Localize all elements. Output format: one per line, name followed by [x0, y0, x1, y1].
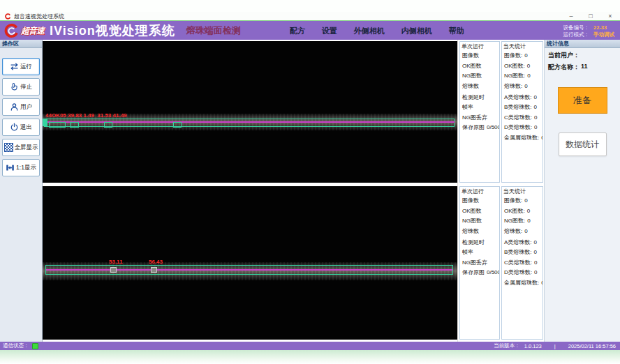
stats-section-inner: 单次运行 图像数 OK图数 NG: [458, 186, 544, 340]
groupbox-title: 单次运行: [460, 187, 499, 197]
stat-row: D类熔珠数:0: [504, 269, 542, 276]
stat-row: OK图数:0: [504, 63, 542, 70]
stop-button[interactable]: 停止: [2, 78, 40, 96]
stat-row: 金属屑熔珠数:0: [504, 135, 542, 142]
stat-row: B类熔珠数:0: [504, 249, 542, 256]
exit-button[interactable]: 退出: [2, 119, 40, 136]
camera-view-inner[interactable]: 53.11 56.43: [43, 186, 457, 340]
stat-row: C类熔珠数:0: [504, 114, 542, 121]
segment-marker-overlay: [173, 122, 182, 128]
statistics-columns: 单次运行 图像数 OK图数 NG: [457, 40, 544, 342]
stat-row: 帧率: [462, 104, 499, 111]
recipe-name-value: 11: [581, 63, 588, 72]
segment-marker-overlay: [49, 122, 66, 128]
datetime-value: 2025/02/11 16:57:56: [568, 343, 616, 349]
exit-button-label: 退出: [20, 123, 32, 132]
stat-row: 图像数: [462, 197, 499, 204]
version-label: 当前版本：: [494, 342, 520, 349]
main-menu: 配方 设置 外侧相机 内侧相机 帮助: [290, 26, 464, 36]
stat-row: 检测延时: [462, 239, 499, 246]
fullscreen-button-label: 全屏显示: [15, 144, 38, 152]
stat-row: 熔珠数: [462, 228, 499, 235]
menu-item[interactable]: 配方: [290, 26, 305, 36]
stat-row: A类熔珠数:0: [504, 239, 542, 246]
menu-item[interactable]: 内侧相机: [401, 26, 432, 36]
user-icon: [10, 103, 19, 112]
data-statistics-button[interactable]: 数据统计: [559, 132, 607, 156]
bead-marker-box: [110, 267, 117, 273]
comm-status-indicator: [32, 343, 38, 349]
prepare-button[interactable]: 准备: [558, 87, 607, 114]
groupbox-title: 当天统计: [502, 187, 542, 197]
app-header: 超音速 IVision视觉处理系统 熔珠端面检测 配方 设置 外侧相机 内侧相机…: [0, 20, 620, 40]
stop-hand-icon: [10, 82, 19, 91]
run-button[interactable]: 运行: [2, 58, 40, 75]
segment-marker-overlay: [70, 122, 79, 128]
one-to-one-button-label: 1:1显示: [16, 164, 36, 172]
operation-sidebar: 操作区 运行: [0, 40, 43, 342]
info-panel: 统计信息 当前用户： 配方名称： 11 准备 数据统计: [544, 40, 620, 342]
maximize-button[interactable]: □: [581, 13, 600, 20]
single-run-groupbox: 单次运行 图像数 OK图数 NG: [459, 41, 500, 183]
camera-content: 44OK05 39.83 1.49 31.53 41.49 53.11 56.4…: [43, 40, 457, 342]
window-title: 超音速视觉处理系统: [14, 13, 64, 20]
menu-item[interactable]: 帮助: [449, 26, 464, 36]
sidebar-title: 操作区: [0, 40, 42, 48]
close-button[interactable]: ×: [600, 13, 620, 20]
brand: 超音速: [4, 23, 44, 38]
screen: 超音速视觉处理系统 – □ × 超音速 IVision视觉处理系统 熔珠端面检测…: [0, 0, 620, 364]
groupbox-title: 单次运行: [460, 42, 499, 52]
run-cycle-icon: [10, 62, 19, 71]
edge-marker-overlay: [43, 119, 47, 126]
device-number-value: 22-33: [593, 24, 614, 31]
minimize-button[interactable]: –: [561, 13, 581, 20]
version-value: 1.0.123: [524, 343, 542, 349]
comm-status-label: 通信状态：: [3, 342, 29, 349]
stat-row: 熔珠数:0: [504, 228, 542, 235]
fullscreen-button[interactable]: 全屏显示: [2, 139, 40, 156]
stop-button-label: 停止: [20, 83, 32, 91]
run-button-label: 运行: [20, 63, 32, 71]
segment-marker-overlay: [104, 122, 112, 128]
stat-row: NG图数:0: [504, 73, 542, 79]
daily-stats-groupbox: 当天统计 图像数:0 OK图数:0: [501, 41, 543, 183]
user-button[interactable]: 用户: [2, 98, 40, 116]
stat-row: 图像数:0: [504, 52, 542, 59]
run-mode-value: 手动调试: [593, 31, 614, 38]
stat-row: NG图丢弃: [462, 114, 499, 121]
stat-row: 熔珠数: [462, 83, 499, 90]
statusbar-separator: |: [554, 343, 556, 349]
stat-row: OK图数:0: [504, 208, 542, 215]
desktop-background-top: [0, 0, 620, 12]
app-title: IVision视觉处理系统: [50, 22, 175, 39]
stat-row: D类熔珠数:0: [504, 124, 542, 131]
stat-row: NG图丢弃: [462, 259, 499, 266]
stat-row: NG图数:0: [504, 218, 542, 225]
menu-item[interactable]: 设置: [322, 26, 337, 36]
stat-row: 帧率: [462, 249, 499, 256]
brand-name: 超音速: [21, 25, 44, 37]
app-subtitle: 熔珠端面检测: [186, 24, 241, 37]
measurement-annotation: 56.43: [149, 259, 163, 265]
window-body: 操作区 运行: [0, 40, 620, 342]
stat-row: OK图数: [462, 63, 499, 70]
stat-row: C类熔珠数:0: [504, 259, 542, 266]
camera-view-outer[interactable]: 44OK05 39.83 1.49 31.53 41.49: [43, 41, 457, 183]
measurement-annotation: 53.11: [109, 259, 123, 265]
measurement-text-overlay: 44OK05 39.83 1.49 31.53 41.49: [45, 112, 127, 119]
recipe-name-label: 配方名称：: [548, 63, 580, 72]
desktop-background-bottom: [0, 350, 620, 364]
stat-row: 熔珠数:0: [504, 83, 542, 90]
daily-stats-groupbox: 当天统计 图像数:0 OK图数:0: [501, 186, 543, 340]
stat-row: NG图数: [462, 218, 499, 225]
stats-section-outer: 单次运行 图像数 OK图数 NG: [458, 41, 544, 183]
status-bar: 通信状态： 当前版本： 1.0.123 | 2025/02/11 16:57:5…: [0, 342, 620, 350]
single-run-groupbox: 单次运行 图像数 OK图数 NG: [459, 186, 500, 340]
app-logo-small-icon: [5, 13, 11, 20]
stat-row: B类熔珠数:0: [504, 104, 542, 111]
device-number-label: 设备编号：: [563, 24, 590, 31]
menu-item[interactable]: 外侧相机: [354, 26, 385, 36]
bead-marker-box: [151, 267, 157, 273]
one-to-one-button[interactable]: 1:1显示: [2, 159, 40, 176]
groupbox-title: 当天统计: [502, 42, 542, 52]
